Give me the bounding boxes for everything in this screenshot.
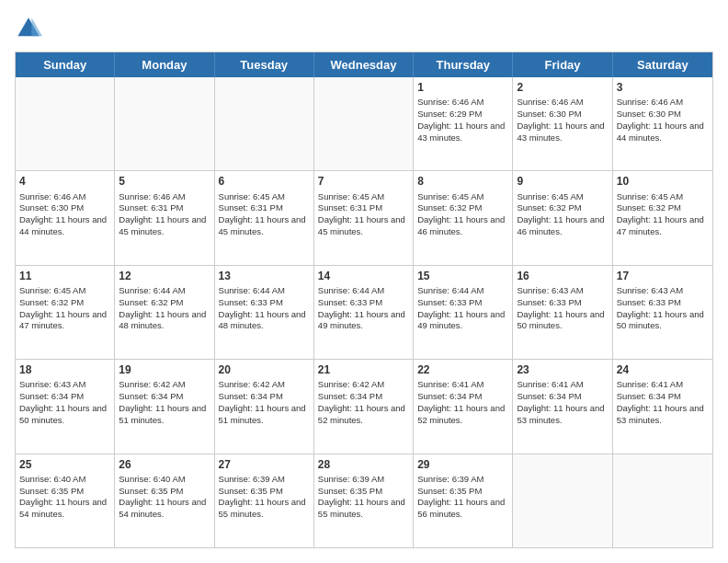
header: [15, 15, 713, 42]
day-info: Sunrise: 6:45 AM Sunset: 6:32 PM Dayligh…: [517, 191, 607, 236]
day-number: 3: [617, 80, 709, 95]
day-info: Sunrise: 6:41 AM Sunset: 6:34 PM Dayligh…: [517, 379, 607, 424]
week-row-3: 11Sunrise: 6:45 AM Sunset: 6:32 PM Dayli…: [16, 266, 712, 360]
day-number: 6: [219, 174, 310, 189]
calendar-header-row: SundayMondayTuesdayWednesdayThursdayFrid…: [16, 52, 712, 77]
day-cell-25: 25Sunrise: 6:40 AM Sunset: 6:35 PM Dayli…: [16, 454, 115, 547]
day-info: Sunrise: 6:46 AM Sunset: 6:31 PM Dayligh…: [119, 191, 209, 236]
day-number: 16: [517, 269, 608, 283]
day-info: Sunrise: 6:44 AM Sunset: 6:33 PM Dayligh…: [318, 285, 408, 330]
day-cell-10: 10Sunrise: 6:45 AM Sunset: 6:32 PM Dayli…: [613, 171, 712, 264]
day-number: 7: [318, 174, 409, 189]
empty-cell: [115, 77, 214, 170]
day-cell-4: 4Sunrise: 6:46 AM Sunset: 6:30 PM Daylig…: [16, 171, 115, 264]
day-cell-20: 20Sunrise: 6:42 AM Sunset: 6:34 PM Dayli…: [215, 360, 314, 453]
day-cell-17: 17Sunrise: 6:43 AM Sunset: 6:33 PM Dayli…: [613, 266, 712, 359]
day-number: 22: [417, 362, 508, 377]
day-number: 5: [119, 174, 210, 189]
day-number: 25: [19, 457, 110, 472]
day-info: Sunrise: 6:41 AM Sunset: 6:34 PM Dayligh…: [617, 379, 707, 424]
day-info: Sunrise: 6:46 AM Sunset: 6:30 PM Dayligh…: [617, 97, 707, 142]
day-cell-27: 27Sunrise: 6:39 AM Sunset: 6:35 PM Dayli…: [215, 454, 314, 547]
day-number: 14: [318, 269, 409, 283]
header-day-friday: Friday: [513, 52, 612, 77]
empty-cell: [613, 454, 712, 547]
day-cell-15: 15Sunrise: 6:44 AM Sunset: 6:33 PM Dayli…: [414, 266, 513, 359]
day-info: Sunrise: 6:45 AM Sunset: 6:31 PM Dayligh…: [318, 191, 408, 236]
day-number: 24: [617, 362, 709, 377]
day-info: Sunrise: 6:39 AM Sunset: 6:35 PM Dayligh…: [318, 474, 408, 519]
header-day-sunday: Sunday: [16, 52, 115, 77]
day-number: 12: [119, 269, 210, 283]
day-info: Sunrise: 6:39 AM Sunset: 6:35 PM Dayligh…: [417, 474, 507, 519]
day-info: Sunrise: 6:44 AM Sunset: 6:33 PM Dayligh…: [219, 285, 309, 330]
day-number: 27: [219, 457, 310, 472]
day-info: Sunrise: 6:46 AM Sunset: 6:30 PM Dayligh…: [19, 191, 109, 236]
day-cell-8: 8Sunrise: 6:45 AM Sunset: 6:32 PM Daylig…: [414, 171, 513, 264]
day-number: 18: [19, 362, 110, 377]
day-info: Sunrise: 6:45 AM Sunset: 6:31 PM Dayligh…: [219, 191, 309, 236]
day-cell-23: 23Sunrise: 6:41 AM Sunset: 6:34 PM Dayli…: [513, 360, 612, 453]
day-number: 9: [517, 174, 608, 189]
day-info: Sunrise: 6:45 AM Sunset: 6:32 PM Dayligh…: [19, 285, 109, 330]
header-day-thursday: Thursday: [414, 52, 513, 77]
empty-cell: [314, 77, 414, 170]
week-row-4: 18Sunrise: 6:43 AM Sunset: 6:34 PM Dayli…: [16, 360, 712, 454]
week-row-2: 4Sunrise: 6:46 AM Sunset: 6:30 PM Daylig…: [16, 171, 712, 265]
week-row-1: 1Sunrise: 6:46 AM Sunset: 6:29 PM Daylig…: [16, 77, 712, 171]
day-number: 21: [318, 362, 409, 377]
day-info: Sunrise: 6:42 AM Sunset: 6:34 PM Dayligh…: [219, 379, 309, 424]
day-info: Sunrise: 6:40 AM Sunset: 6:35 PM Dayligh…: [19, 474, 109, 519]
header-day-wednesday: Wednesday: [314, 52, 414, 77]
day-number: 4: [19, 174, 110, 189]
day-cell-11: 11Sunrise: 6:45 AM Sunset: 6:32 PM Dayli…: [16, 266, 115, 359]
day-number: 28: [318, 457, 409, 472]
day-cell-2: 2Sunrise: 6:46 AM Sunset: 6:30 PM Daylig…: [513, 77, 612, 170]
day-cell-21: 21Sunrise: 6:42 AM Sunset: 6:34 PM Dayli…: [314, 360, 414, 453]
day-cell-1: 1Sunrise: 6:46 AM Sunset: 6:29 PM Daylig…: [414, 77, 513, 170]
day-cell-16: 16Sunrise: 6:43 AM Sunset: 6:33 PM Dayli…: [513, 266, 612, 359]
day-number: 17: [617, 269, 709, 283]
day-info: Sunrise: 6:45 AM Sunset: 6:32 PM Dayligh…: [417, 191, 507, 236]
empty-cell: [215, 77, 314, 170]
day-cell-18: 18Sunrise: 6:43 AM Sunset: 6:34 PM Dayli…: [16, 360, 115, 453]
day-number: 26: [119, 457, 210, 472]
empty-cell: [16, 77, 115, 170]
day-info: Sunrise: 6:43 AM Sunset: 6:34 PM Dayligh…: [19, 379, 109, 424]
day-info: Sunrise: 6:46 AM Sunset: 6:30 PM Dayligh…: [517, 97, 607, 142]
day-cell-7: 7Sunrise: 6:45 AM Sunset: 6:31 PM Daylig…: [314, 171, 414, 264]
day-cell-22: 22Sunrise: 6:41 AM Sunset: 6:34 PM Dayli…: [414, 360, 513, 453]
day-number: 23: [517, 362, 608, 377]
day-number: 19: [119, 362, 210, 377]
week-row-5: 25Sunrise: 6:40 AM Sunset: 6:35 PM Dayli…: [16, 454, 712, 547]
day-cell-3: 3Sunrise: 6:46 AM Sunset: 6:30 PM Daylig…: [613, 77, 712, 170]
day-number: 8: [417, 174, 508, 189]
day-cell-26: 26Sunrise: 6:40 AM Sunset: 6:35 PM Dayli…: [115, 454, 214, 547]
day-cell-14: 14Sunrise: 6:44 AM Sunset: 6:33 PM Dayli…: [314, 266, 414, 359]
day-cell-19: 19Sunrise: 6:42 AM Sunset: 6:34 PM Dayli…: [115, 360, 214, 453]
calendar-body: 1Sunrise: 6:46 AM Sunset: 6:29 PM Daylig…: [16, 77, 712, 547]
day-number: 10: [617, 174, 709, 189]
day-cell-13: 13Sunrise: 6:44 AM Sunset: 6:33 PM Dayli…: [215, 266, 314, 359]
day-number: 1: [417, 80, 508, 95]
calendar: SundayMondayTuesdayWednesdayThursdayFrid…: [15, 52, 713, 548]
page: SundayMondayTuesdayWednesdayThursdayFrid…: [0, 0, 728, 563]
day-cell-28: 28Sunrise: 6:39 AM Sunset: 6:35 PM Dayli…: [314, 454, 414, 547]
day-number: 15: [417, 269, 508, 283]
day-info: Sunrise: 6:41 AM Sunset: 6:34 PM Dayligh…: [417, 379, 507, 424]
day-number: 13: [219, 269, 310, 283]
day-cell-12: 12Sunrise: 6:44 AM Sunset: 6:32 PM Dayli…: [115, 266, 214, 359]
day-info: Sunrise: 6:39 AM Sunset: 6:35 PM Dayligh…: [219, 474, 309, 519]
day-cell-29: 29Sunrise: 6:39 AM Sunset: 6:35 PM Dayli…: [414, 454, 513, 547]
day-cell-5: 5Sunrise: 6:46 AM Sunset: 6:31 PM Daylig…: [115, 171, 214, 264]
day-info: Sunrise: 6:44 AM Sunset: 6:32 PM Dayligh…: [119, 285, 209, 330]
header-day-monday: Monday: [115, 52, 214, 77]
logo: [15, 15, 46, 42]
day-info: Sunrise: 6:46 AM Sunset: 6:29 PM Dayligh…: [417, 97, 507, 142]
empty-cell: [513, 454, 612, 547]
day-info: Sunrise: 6:43 AM Sunset: 6:33 PM Dayligh…: [517, 285, 607, 330]
day-number: 2: [517, 80, 608, 95]
header-day-tuesday: Tuesday: [215, 52, 314, 77]
day-number: 29: [417, 457, 508, 472]
day-info: Sunrise: 6:42 AM Sunset: 6:34 PM Dayligh…: [318, 379, 408, 424]
